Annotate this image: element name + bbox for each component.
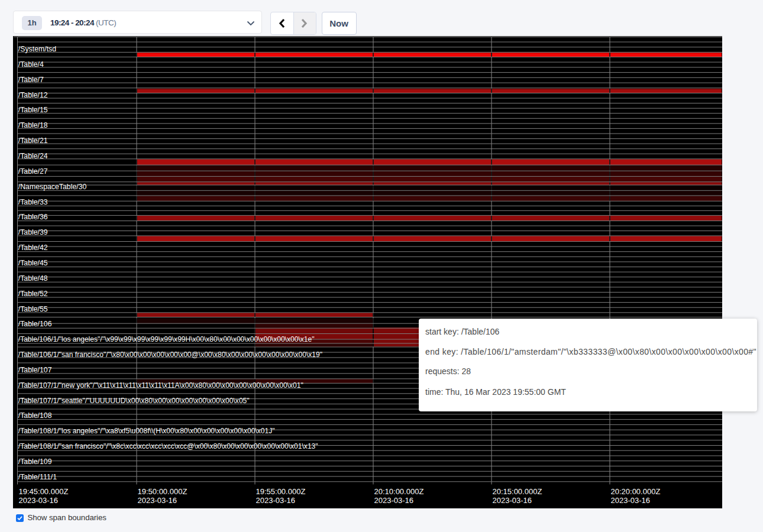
svg-text:/Table/12: /Table/12 [18, 91, 48, 99]
svg-text:/Table/42: /Table/42 [18, 244, 48, 252]
svg-text:2023-03-16: 2023-03-16 [374, 496, 414, 505]
svg-text:/Table/45: /Table/45 [18, 259, 48, 267]
svg-text:/Table/111/1: /Table/111/1 [18, 473, 57, 481]
svg-text:2023-03-16: 2023-03-16 [611, 496, 651, 505]
svg-text:20:20:00.000Z: 20:20:00.000Z [611, 487, 661, 496]
svg-text:2023-03-16: 2023-03-16 [256, 496, 296, 505]
svg-text:2023-03-16: 2023-03-16 [493, 496, 532, 505]
svg-text:/Table/108/1/"los angeles"/"\x: /Table/108/1/"los angeles"/"\xa8\xf5\u00… [18, 427, 275, 435]
svg-text:/Table/4: /Table/4 [18, 60, 44, 69]
svg-text:/Table/106/1/"san francisco"/": /Table/106/1/"san francisco"/"\x80\x00\x… [18, 351, 322, 359]
svg-text:/Table/48: /Table/48 [18, 274, 48, 283]
svg-text:/Table/24: /Table/24 [18, 152, 48, 160]
svg-text:/Table/39: /Table/39 [18, 228, 48, 236]
svg-text:20:10:00.000Z: 20:10:00.000Z [374, 487, 424, 496]
svg-text:/Table/55: /Table/55 [18, 305, 48, 313]
svg-text:/NamespaceTable/30: /NamespaceTable/30 [18, 183, 87, 191]
svg-text:19:45:00.000Z: 19:45:00.000Z [19, 487, 69, 496]
svg-text:19:50:00.000Z: 19:50:00.000Z [138, 487, 187, 496]
svg-text:/Table/27: /Table/27 [18, 167, 48, 176]
svg-text:/Table/18: /Table/18 [18, 121, 48, 129]
svg-text:/Table/21: /Table/21 [18, 137, 48, 145]
svg-text:20:15:00.000Z: 20:15:00.000Z [493, 487, 542, 496]
svg-text:/Table/106/1/"los angeles"/"\x: /Table/106/1/"los angeles"/"\x99\x99\x99… [18, 335, 315, 343]
svg-text:/Table/7: /Table/7 [18, 76, 44, 84]
svg-text:/Table/36: /Table/36 [18, 213, 48, 221]
svg-text:/Table/109: /Table/109 [18, 458, 52, 466]
svg-text:/Table/108: /Table/108 [18, 411, 52, 420]
svg-text:19:55:00.000Z: 19:55:00.000Z [256, 487, 306, 496]
svg-text:/Table/107: /Table/107 [18, 366, 52, 374]
svg-text:/Table/108/1/"san francisco"/": /Table/108/1/"san francisco"/"\x8c\xcc\x… [18, 442, 318, 450]
svg-text:/Table/107/1/"new york"/"\x11\: /Table/107/1/"new york"/"\x11\x11\x11\x1… [18, 381, 303, 390]
svg-text:/Table/15: /Table/15 [18, 106, 48, 114]
svg-text:/Table/106: /Table/106 [18, 320, 52, 328]
svg-text:2023-03-16: 2023-03-16 [138, 496, 177, 505]
svg-text:/Table/107/1/"seattle"/"UUUUUU: /Table/107/1/"seattle"/"UUUUUUD\x00\x80\… [18, 397, 250, 405]
svg-text:2023-03-16: 2023-03-16 [19, 496, 59, 505]
svg-text:/Table/33: /Table/33 [18, 198, 48, 206]
svg-text:/System/tsd: /System/tsd [18, 45, 56, 53]
svg-text:/Table/52: /Table/52 [18, 290, 48, 298]
